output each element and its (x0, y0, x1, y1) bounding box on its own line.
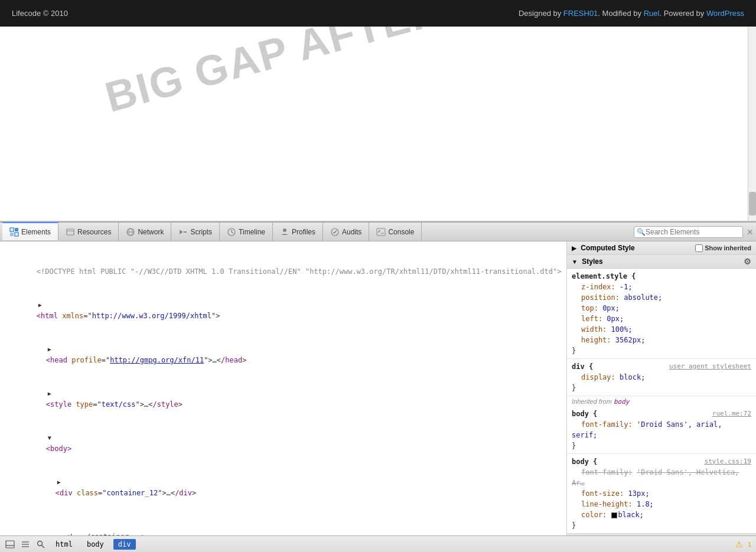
site-credit: Lifecode © 2010 (12, 9, 68, 18)
fresh01-link[interactable]: FRESH01 (563, 9, 598, 18)
page-scrollbar[interactable] (748, 27, 756, 221)
page-content: BIG GAP AFTER FOOTER (0, 27, 756, 221)
wordpress-link[interactable]: WordPress (706, 9, 744, 18)
big-gap-after-footer-text: BIG GAP AFTER FOOTER (100, 27, 637, 122)
top-bar: Lifecode © 2010 Designed by FRESH01. Mod… (0, 0, 756, 27)
attribution: Designed by FRESH01. Modified by Ruel. P… (519, 9, 744, 18)
scroll-thumb[interactable] (749, 192, 756, 215)
ruel-link[interactable]: Ruel (644, 9, 660, 18)
